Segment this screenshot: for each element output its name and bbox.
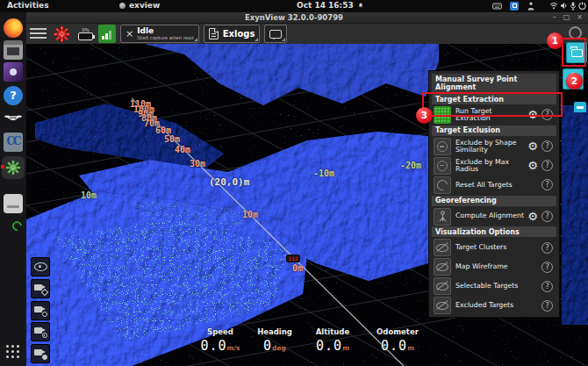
target-marker[interactable]: 112 xyxy=(286,255,300,262)
activities-button[interactable]: Activities xyxy=(7,1,49,10)
row-compute-alignment[interactable]: Compute Alignment ⚙ ? xyxy=(432,207,556,226)
row-target-clusters[interactable]: Target Clusters ? xyxy=(432,238,556,257)
help-app-icon[interactable]: ? xyxy=(4,86,23,105)
telemetry-label: Odometer xyxy=(363,327,432,336)
help-icon[interactable]: ? xyxy=(541,300,553,312)
camera-view-button-4[interactable] xyxy=(31,344,50,363)
capture-status-button[interactable]: × Idle Start capture when read xyxy=(120,25,199,43)
show-applications-icon[interactable] xyxy=(4,342,23,362)
camera-icon xyxy=(34,327,47,337)
volume-icon[interactable] xyxy=(560,2,568,10)
row-reset-all-targets[interactable]: Reset All Targets ? xyxy=(432,176,556,195)
focused-app-name: exview xyxy=(129,1,160,10)
input-method-glyph xyxy=(513,4,517,8)
window-titlebar[interactable]: ExynView 32.0.0-90799 – □ × xyxy=(0,12,588,24)
annotation-rect-3 xyxy=(422,92,563,117)
wifi-icon[interactable] xyxy=(549,2,558,10)
telemetry-value: 0.0 xyxy=(381,338,407,354)
exlogs-button[interactable]: Exlogs xyxy=(204,25,261,43)
row-exclude-shape-similarity[interactable]: Exclude by Shape Similarity ⚙ ? xyxy=(432,137,556,156)
help-icon[interactable]: ? xyxy=(541,262,553,273)
map-viewport[interactable]: 110m 100m 90m 80m 70m 60m 50m 40m 30m (2… xyxy=(26,44,588,366)
annotation-badge-1: 1 xyxy=(547,32,563,49)
eye-off-icon xyxy=(434,297,451,314)
telemetry-label: Speed xyxy=(193,327,247,336)
telemetry-label: Heading xyxy=(247,327,302,336)
clock-text: Oct 14 16:53 xyxy=(297,1,354,10)
row-excluded-targets[interactable]: Excluded Targets ? xyxy=(432,296,556,315)
keyboard-icon[interactable] xyxy=(492,2,502,11)
camera-view-button-1[interactable] xyxy=(31,279,50,298)
row-label: Excluded Targets xyxy=(451,302,541,309)
microphone-icon[interactable] xyxy=(570,2,577,11)
gear-icon[interactable]: ⚙ xyxy=(527,211,538,222)
eye-off-icon xyxy=(434,277,451,295)
control-center-icon[interactable]: CC xyxy=(4,133,23,152)
power-icon[interactable] xyxy=(578,2,586,11)
row-selectable-targets[interactable]: Selectable Targets ? xyxy=(432,276,556,296)
clock-button[interactable]: Oct 14 16:53 xyxy=(297,1,364,10)
files-glyph xyxy=(7,47,19,55)
capture-status-title: Idle xyxy=(137,27,194,35)
telemetry-unit: m/s xyxy=(227,344,240,352)
accessibility-icon[interactable] xyxy=(527,2,535,11)
telemetry-label: Altitude xyxy=(302,327,363,336)
telemetry-value: 0 xyxy=(263,338,272,354)
maximize-button[interactable]: □ xyxy=(563,13,570,21)
help-icon[interactable]: ? xyxy=(541,160,553,171)
feedback-button[interactable] xyxy=(264,25,287,43)
firefox-icon[interactable] xyxy=(4,18,23,38)
camera-mode-glyph xyxy=(42,333,47,338)
distance-label: 10m xyxy=(81,190,97,200)
help-icon[interactable]: ? xyxy=(541,281,553,292)
exlogs-label: Exlogs xyxy=(223,29,255,39)
screen: Activities exview Oct 14 16:53 ExynView … xyxy=(0,0,588,366)
camera-mode-glyph xyxy=(42,312,47,317)
close-icon[interactable]: × xyxy=(125,28,133,39)
row-map-wireframe[interactable]: Map Wireframe ? xyxy=(432,257,556,276)
help-icon[interactable]: ? xyxy=(541,242,553,254)
row-label: Map Wireframe xyxy=(451,263,541,270)
exyn-app-icon[interactable] xyxy=(2,156,25,179)
signal-strength-button[interactable] xyxy=(98,25,116,43)
media-glyph xyxy=(10,68,17,75)
gnome-dock: ? CC xyxy=(0,12,26,366)
signal-bar xyxy=(109,31,111,39)
surveyor-icon xyxy=(434,208,451,226)
speech-bubble-icon xyxy=(269,30,282,39)
help-icon[interactable]: ? xyxy=(541,140,553,152)
telemetry-odometer: Odometer 0.0m xyxy=(363,327,432,354)
telemetry-bar: Speed 0.0m/s Heading 0deg Altitude 0.0m … xyxy=(193,327,432,354)
row-label: Exclude by Shape Similarity xyxy=(451,140,527,154)
help-icon[interactable]: ? xyxy=(541,179,553,190)
camera-view-button-3[interactable] xyxy=(31,322,50,341)
section-header-visualization-options: Visualization Options xyxy=(432,226,556,237)
camera-view-button-2[interactable] xyxy=(31,301,50,320)
origin-label: (20,0)m xyxy=(209,176,249,188)
menu-icon[interactable] xyxy=(30,28,47,39)
row-exclude-max-radius[interactable]: Exclude by Max Radius ⚙ ? xyxy=(432,156,556,176)
help-icon[interactable]: ? xyxy=(541,211,553,222)
drone-app-icon[interactable] xyxy=(4,109,23,128)
exyn-green-logo-icon xyxy=(4,159,22,176)
row-label: Selectable Targets xyxy=(451,283,541,290)
minimize-button[interactable]: – xyxy=(553,13,556,21)
exyn-logo-icon[interactable] xyxy=(52,25,72,44)
onboard-keyboard-icon[interactable] xyxy=(4,194,23,213)
gear-icon[interactable]: ⚙ xyxy=(527,160,538,171)
files-icon[interactable] xyxy=(4,40,23,60)
focused-app-indicator[interactable]: exview xyxy=(119,1,160,10)
media-player-icon[interactable] xyxy=(4,62,23,82)
visibility-options-button[interactable] xyxy=(31,257,50,276)
panel-title: Manual Survey Point Alignment xyxy=(432,74,556,92)
exclude-icon xyxy=(434,138,451,155)
row-label: Reset All Targets xyxy=(451,182,541,189)
input-method-icon[interactable] xyxy=(510,2,519,11)
eye-off-icon xyxy=(434,258,451,276)
gear-icon[interactable]: ⚙ xyxy=(527,140,538,152)
close-button[interactable]: × xyxy=(577,13,583,21)
signal-bar xyxy=(105,33,108,39)
camera-icon xyxy=(34,283,47,294)
section-header-georeferencing: Georeferencing xyxy=(432,196,556,206)
software-updater-icon[interactable] xyxy=(4,221,30,231)
